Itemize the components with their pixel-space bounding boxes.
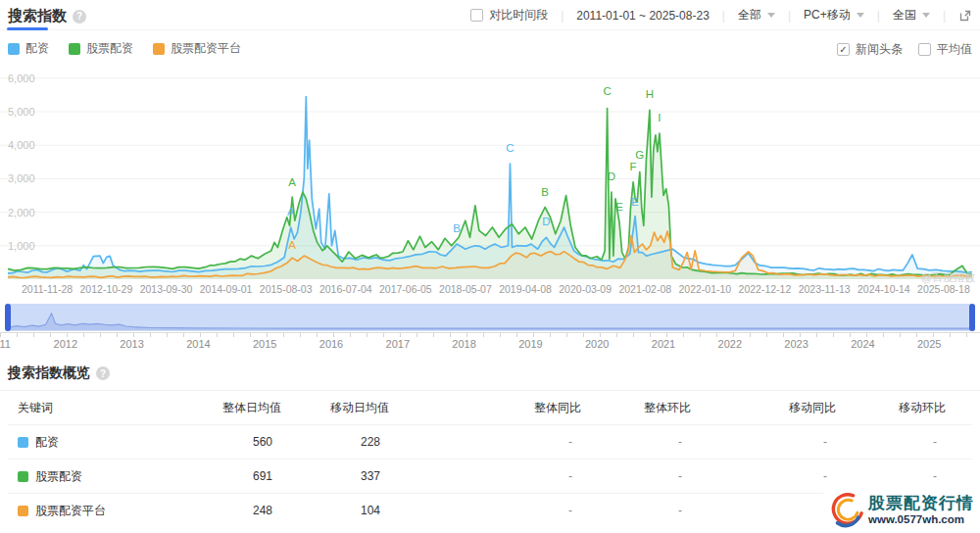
checkbox-checked-icon[interactable]: ✓ xyxy=(837,43,850,56)
mobile-qoq-cell: - xyxy=(899,435,972,449)
scope-dropdown[interactable]: 全部 xyxy=(738,7,775,24)
overall-yoy-cell: - xyxy=(534,504,644,517)
average-checkbox[interactable]: 平均值 xyxy=(918,41,972,58)
y-tick-label: 5,000 xyxy=(8,106,35,118)
site-name: 股票配资行情 xyxy=(868,495,974,513)
y-tick-label: 6,000 xyxy=(8,73,35,84)
date-range-picker[interactable]: 2011-01-01 ~ 2025-08-23 xyxy=(576,9,710,23)
chevron-down-icon xyxy=(767,13,775,18)
slider-year-labels: 2011201220132014201520162017201820192020… xyxy=(0,338,980,352)
y-tick-label: 3,000 xyxy=(8,172,35,184)
x-tick-label: 2025-08-18 xyxy=(917,283,970,295)
x-tick-label: 2020-03-09 xyxy=(559,283,612,295)
chevron-down-icon xyxy=(922,13,930,18)
y-tick-label: 2,000 xyxy=(8,207,35,218)
x-tick-label: 2022-01-10 xyxy=(678,283,731,295)
x-tick-label: 2018-05-07 xyxy=(439,283,492,295)
page-title-text: 搜索指数 xyxy=(8,7,67,25)
region-value: 全国 xyxy=(893,7,916,24)
news-marker-E[interactable]: E xyxy=(615,201,623,213)
news-marker-A[interactable]: A xyxy=(287,206,295,218)
news-headlines-label: 新闻头条 xyxy=(856,41,903,58)
news-marker-D[interactable]: D xyxy=(542,216,550,227)
device-dropdown[interactable]: PC+移动 xyxy=(804,7,864,24)
keyword-label: 股票配资平台 xyxy=(35,503,106,519)
help-icon[interactable]: ? xyxy=(73,10,86,24)
keyword-swatch xyxy=(18,437,28,448)
keyword-label: 配资 xyxy=(35,434,59,451)
column-header: 整体日均值 xyxy=(222,400,330,416)
column-header: 移动同比 xyxy=(789,400,899,416)
news-marker-G[interactable]: G xyxy=(635,149,644,161)
news-marker-E[interactable]: E xyxy=(631,196,639,208)
year-label-2014: 2014 xyxy=(186,338,210,350)
legend-item-股票配资[interactable]: 股票配资 xyxy=(69,40,133,57)
baidu-index-page: 搜索指数 ? 对比时间段 | 2011-01-01 ~ 2025-08-23 |… xyxy=(0,0,980,533)
x-tick-label: 2013-09-30 xyxy=(140,283,193,295)
keyword-label: 股票配资 xyxy=(35,468,82,485)
region-dropdown[interactable]: 全国 xyxy=(893,7,930,24)
open-external-button[interactable] xyxy=(958,9,972,23)
column-header: 移动日均值 xyxy=(330,400,534,416)
compare-period-checkbox[interactable]: 对比时间段 xyxy=(470,7,548,24)
device-value: PC+移动 xyxy=(804,7,851,24)
table-header-row: 关键词整体日均值移动日均值整体同比整体环比移动同比移动环比 xyxy=(8,391,972,424)
trend-chart[interactable]: 1,0002,0003,0004,0005,0006,000ABCDEFGHIA… xyxy=(0,61,980,296)
scope-value: 全部 xyxy=(738,7,761,24)
year-label-2020: 2020 xyxy=(585,338,609,350)
column-header: 移动环比 xyxy=(899,400,972,416)
slider-handle-right[interactable] xyxy=(969,304,975,331)
range-slider-track[interactable] xyxy=(5,304,975,331)
y-tick-label: 4,000 xyxy=(8,139,35,151)
checkbox-icon[interactable] xyxy=(918,43,931,56)
chevron-down-icon xyxy=(857,13,864,18)
legend-swatch xyxy=(153,43,165,55)
news-marker-H[interactable]: H xyxy=(646,88,654,100)
x-tick-label: 2014-09-01 xyxy=(200,283,253,295)
site-logo-icon xyxy=(827,491,864,530)
year-label-2016: 2016 xyxy=(319,338,343,350)
x-tick-label: 2016-07-04 xyxy=(319,283,372,295)
table-row-配资: 配资 560 228 - - - - xyxy=(8,424,972,459)
keyword-cell[interactable]: 配资 xyxy=(8,434,222,451)
x-tick-label: 2012-10-29 xyxy=(80,283,133,295)
news-marker-A[interactable]: A xyxy=(288,176,296,188)
overall-qoq-cell: - xyxy=(644,469,789,483)
external-link-icon xyxy=(958,9,972,23)
column-header: 整体环比 xyxy=(644,400,789,416)
site-watermark: 股票配资行情 www.0577wh.com xyxy=(823,491,974,530)
divider: | xyxy=(561,9,564,23)
slider-tick-marks xyxy=(0,332,980,337)
legend-item-股票配资平台[interactable]: 股票配资平台 xyxy=(153,40,241,57)
help-icon[interactable]: ? xyxy=(96,366,110,380)
site-url: www.0577wh.com xyxy=(868,513,974,526)
mobile-qoq-cell: - xyxy=(899,469,972,483)
keyword-cell[interactable]: 股票配资 xyxy=(8,468,222,485)
page-title: 搜索指数 ? xyxy=(8,7,86,25)
slider-handle-left[interactable] xyxy=(5,304,11,331)
news-marker-F[interactable]: F xyxy=(630,161,637,172)
divider: | xyxy=(722,9,725,23)
divider: | xyxy=(788,9,791,23)
legend-item-配资[interactable]: 配资 xyxy=(8,40,49,57)
checkbox-icon[interactable] xyxy=(470,9,483,22)
legend-label: 股票配资平台 xyxy=(171,40,241,57)
year-label-2025: 2025 xyxy=(917,338,941,350)
overall-avg-cell: 560 xyxy=(222,435,330,449)
news-marker-A[interactable]: A xyxy=(288,239,296,251)
keyword-cell[interactable]: 股票配资平台 xyxy=(8,503,222,519)
news-headlines-checkbox[interactable]: ✓ 新闻头条 xyxy=(837,41,903,58)
news-marker-C[interactable]: C xyxy=(603,85,611,97)
news-marker-B[interactable]: B xyxy=(453,222,461,234)
news-marker-I[interactable]: I xyxy=(658,112,661,123)
overall-qoq-cell: - xyxy=(644,435,789,449)
legend-label: 配资 xyxy=(25,40,49,57)
year-label-2019: 2019 xyxy=(518,338,542,350)
x-tick-label: 2024-10-14 xyxy=(858,283,910,295)
column-header: 关键词 xyxy=(8,400,222,416)
news-marker-B[interactable]: B xyxy=(541,186,549,198)
news-marker-C[interactable]: C xyxy=(506,142,514,154)
chart-options: ✓ 新闻头条 平均值 xyxy=(837,41,972,58)
x-axis-labels: 2011-11-282012-10-292013-09-302014-09-01… xyxy=(22,283,970,295)
news-marker-D[interactable]: D xyxy=(608,170,615,182)
